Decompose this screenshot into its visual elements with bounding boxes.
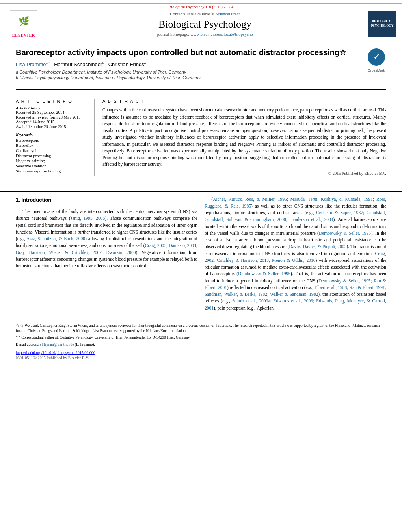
badge-line2: PSYCHOLOGY bbox=[371, 24, 394, 28]
corresp-text: * Corresponding author at: Cognitive Psy… bbox=[19, 336, 190, 339]
sciencedirect-link[interactable]: ScienceDirect bbox=[216, 11, 240, 16]
cechetto-ref[interactable]: Cechetto & Saper, 1987; Grindstaff, Grin… bbox=[205, 210, 386, 222]
affil1: a Cognitive Psychology Department, Insti… bbox=[16, 70, 359, 74]
doi-line: http://dx.doi.org/10.1016/j.biopsycho.20… bbox=[0, 350, 402, 355]
crossmark-label: CrossMark bbox=[367, 69, 386, 72]
article-history: Article history: Received 25 September 2… bbox=[16, 106, 88, 129]
aziz-ref[interactable]: Aziz, Schnitzler, & Enck, 2000 bbox=[26, 236, 85, 241]
crossmark-icon: ✓ bbox=[367, 47, 386, 67]
copyright-line: © 2015 Published by Elsevier B.V. bbox=[102, 171, 386, 176]
author2-name: , Hartmut Schächinger bbox=[51, 61, 102, 67]
journal-header: Biological Psychology 110 (2015) 75–84 🌿… bbox=[0, 0, 402, 41]
email-paren: (L. Pramme). bbox=[75, 343, 95, 347]
footnote-star: ☆ ☆ We thank Christopher Ring, Stefan Wi… bbox=[16, 323, 386, 334]
elsevier-text: ELSEVIER bbox=[12, 33, 35, 37]
svg-text:✓: ✓ bbox=[373, 52, 380, 61]
homepage-text: journal homepage: bbox=[157, 32, 189, 37]
keyword-1: Baroreceptors bbox=[16, 138, 88, 143]
craig2002-ref[interactable]: Craig, 2002; Critchley & Harrison, 2013;… bbox=[205, 251, 386, 263]
body-columns: 1. Introduction The inner organs of the … bbox=[0, 196, 402, 315]
schulz-ref[interactable]: Schulz et al., 2009a; Edwards et al., 20… bbox=[205, 298, 386, 310]
email-label: E-mail address: bbox=[16, 343, 39, 347]
footnotes-area: ☆ ☆ We thank Christopher Ring, Stefan Wi… bbox=[16, 321, 386, 347]
keywords-section: Keywords: Baroreceptors Baroreflex Cardi… bbox=[16, 133, 88, 173]
keyword-5: Negative priming bbox=[16, 159, 88, 163]
intro-para1: The inner organs of the body are interco… bbox=[16, 208, 197, 269]
keywords-list: Baroreceptors Baroreflex Cardiac cycle D… bbox=[16, 138, 88, 173]
davos-ref[interactable]: Davos, Davies, & Piepoli, 2002 bbox=[289, 244, 346, 249]
author3-name: , Christian Frings bbox=[105, 61, 144, 67]
aicher-ref[interactable]: Aicher, Kurucz, Reis, & Milner, 1995; Ma… bbox=[205, 197, 386, 208]
article-star: ☆ bbox=[339, 48, 346, 57]
content-divider bbox=[0, 191, 402, 192]
dembowsky2-ref[interactable]: Dembowsky & Seller, 1995 bbox=[238, 271, 290, 276]
keywords-label: Keywords: bbox=[16, 133, 88, 137]
elsevier-logo-box: 🌿 bbox=[10, 10, 37, 32]
journal-volume-label: Biological Psychology 110 (2015) 75–84 bbox=[169, 5, 234, 9]
crossmark-area: ✓ CrossMark bbox=[367, 47, 386, 72]
author3-sup: a bbox=[144, 61, 146, 65]
article-info-col: A R T I C L E I N F O Article history: R… bbox=[16, 99, 95, 175]
homepage-link[interactable]: www.elsevier.com/locate/biopsycho bbox=[190, 32, 253, 37]
dembowsky-ref[interactable]: Dembowsky & Seller, 1995 bbox=[319, 231, 371, 235]
journal-number-line: Biological Psychology 110 (2015) 75–84 bbox=[0, 3, 402, 10]
body-right-col: (Aicher, Kurucz, Reis, & Milner, 1995; M… bbox=[205, 196, 386, 315]
section1-number: 1. bbox=[16, 197, 20, 203]
author1-name: Lisa Pramme bbox=[16, 61, 46, 67]
article-area: Baroreceptor activity impacts upon contr… bbox=[0, 41, 402, 187]
article-abstract-col: A B S T R A C T Changes within the cardi… bbox=[102, 99, 386, 175]
janig-ref[interactable]: Jänig, 1995, 2006 bbox=[71, 216, 105, 221]
keyword-6: Selective attention bbox=[16, 164, 88, 168]
authors-section: Lisa Prammea,* , Hartmut Schächingerb , … bbox=[16, 61, 359, 80]
received-revised-date: Received in revised form 28 May 2015 bbox=[16, 115, 88, 119]
doi-link[interactable]: http://dx.doi.org/10.1016/j.biopsycho.20… bbox=[16, 350, 95, 355]
accepted-date: Accepted 14 June 2015 bbox=[16, 120, 88, 124]
section1-heading: 1. Introduction bbox=[16, 196, 197, 206]
received-date: Received 25 September 2014 bbox=[16, 110, 88, 115]
abstract-text: Changes within the cardiovascular system… bbox=[102, 107, 386, 168]
journal-title: Biological Psychology bbox=[41, 19, 368, 30]
elbert-ref[interactable]: Elbert et al., 1988; Rau & Elbert, 1991;… bbox=[205, 285, 386, 297]
badge-line1: BIOLOGICAL bbox=[372, 20, 393, 24]
history-label: Article history: bbox=[16, 106, 88, 110]
issn-line: 0301-0511/© 2015 Published by Elsevier B… bbox=[0, 355, 402, 361]
footnote-corresp: * * Corresponding author at: Cognitive P… bbox=[16, 335, 386, 340]
article-title-section: Baroreceptor activity impacts upon contr… bbox=[16, 47, 386, 90]
article-info-title: A R T I C L E I N F O bbox=[16, 99, 88, 104]
body-left-col: 1. Introduction The inner organs of the … bbox=[16, 196, 197, 315]
journal-homepage: journal homepage: www.elsevier.com/locat… bbox=[41, 32, 368, 37]
abstract-title: A B S T R A C T bbox=[102, 99, 386, 104]
available-date: Available online 29 June 2015 bbox=[16, 124, 88, 129]
footnote-star-text: ☆ We thank Christopher Ring, Stefan Wien… bbox=[16, 324, 380, 333]
keyword-7: Stimulus–response binding bbox=[16, 169, 88, 173]
keyword-4: Distractor processing bbox=[16, 154, 88, 158]
section1-title: Introduction bbox=[21, 197, 51, 203]
journal-title-center: Contents lists available at ScienceDirec… bbox=[41, 11, 368, 37]
contents-list-bar: Contents lists available at ScienceDirec… bbox=[41, 11, 368, 16]
author1-sup: a,* bbox=[46, 61, 50, 65]
keyword-2: Baroreflex bbox=[16, 143, 88, 148]
author2-sup: b bbox=[102, 61, 104, 65]
footnote-email: E-mail address: s11ipram@uni-trier.de (L… bbox=[16, 342, 386, 347]
email-link[interactable]: s11ipram@uni-trier.de bbox=[40, 343, 74, 347]
journal-badge: BIOLOGICAL PSYCHOLOGY bbox=[368, 11, 396, 37]
article-title: Baroreceptor activity impacts upon contr… bbox=[16, 47, 359, 57]
article-authors: Lisa Prammea,* , Hartmut Schächingerb , … bbox=[16, 61, 359, 67]
author1-link[interactable]: Lisa Prammea,* bbox=[16, 61, 51, 67]
elsevier-logo: 🌿 ELSEVIER bbox=[6, 10, 41, 37]
intro-para2: (Aicher, Kurucz, Reis, & Milner, 1995; M… bbox=[205, 196, 386, 311]
craig-ref[interactable]: Craig, 2003; Damasio, 2003; Gray, Harris… bbox=[16, 243, 197, 254]
article-columns: A R T I C L E I N F O Article history: R… bbox=[16, 95, 386, 175]
keyword-3: Cardiac cycle bbox=[16, 148, 88, 153]
article-title-text: Baroreceptor activity impacts upon contr… bbox=[16, 48, 339, 57]
footnote-star-symbol: ☆ bbox=[16, 324, 20, 328]
article-affiliations: a Cognitive Psychology Department, Insti… bbox=[16, 70, 359, 80]
journal-header-main: 🌿 ELSEVIER Contents lists available at S… bbox=[0, 10, 402, 41]
affil2: b Clinical Psychophysiology Department, … bbox=[16, 75, 359, 80]
page-wrapper: Biological Psychology 110 (2015) 75–84 🌿… bbox=[0, 0, 402, 532]
elsevier-tree-icon: 🌿 bbox=[19, 16, 29, 26]
contents-text: Contents lists available at bbox=[170, 11, 214, 16]
